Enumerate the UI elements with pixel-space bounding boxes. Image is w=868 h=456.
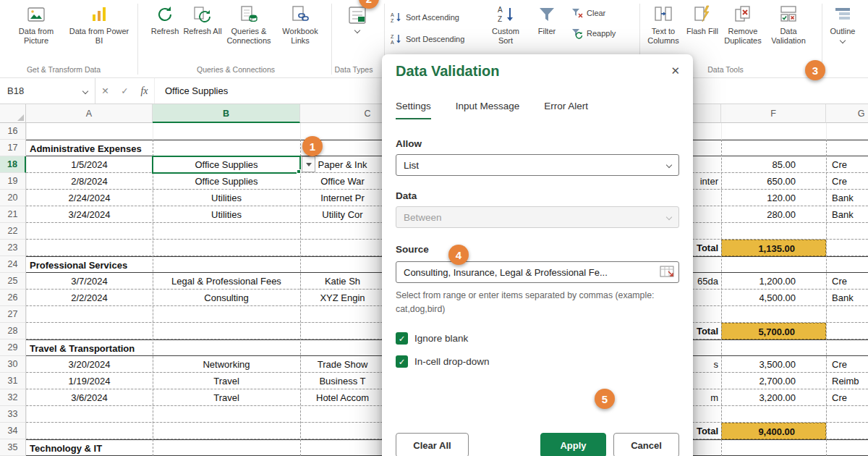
clear-all-button[interactable]: Clear All — [396, 433, 469, 456]
checkbox-checked-icon: ✓ — [396, 355, 408, 368]
row-header-35[interactable]: 35 — [0, 439, 26, 456]
cell-G30[interactable]: Cre — [826, 356, 868, 373]
row-header-34[interactable]: 34 — [0, 423, 26, 439]
row-header-33[interactable]: 33 — [0, 406, 26, 423]
source-input-value: Consulting, Insurance, Legal & Professio… — [404, 267, 608, 278]
cell-F26[interactable]: 4,500.00 — [721, 290, 826, 306]
row-header-29[interactable]: 29 — [0, 339, 26, 356]
row-header-26[interactable]: 26 — [0, 290, 26, 306]
row-header-16[interactable]: 16 — [0, 123, 26, 140]
row-header-18[interactable]: 18 — [0, 156, 26, 173]
range-selector-icon[interactable] — [660, 266, 674, 279]
cell-A30[interactable]: 3/20/2024 — [26, 356, 153, 373]
table-border — [826, 140, 827, 456]
cell-B20[interactable]: Utilities — [153, 190, 300, 206]
cell-G21[interactable]: Bank — [826, 206, 868, 223]
cell-F18[interactable]: 85.00 — [721, 156, 826, 173]
row-header-30[interactable]: 30 — [0, 356, 26, 373]
callout-badge-1: 1 — [302, 136, 323, 156]
table-border — [721, 140, 722, 456]
tab-settings[interactable]: Settings — [396, 101, 431, 119]
close-icon[interactable]: ✕ — [668, 62, 683, 80]
tab-input-message[interactable]: Input Message — [456, 101, 520, 119]
data-validation-dialog: Data Validation ✕ Settings Input Message… — [382, 54, 693, 456]
cell-F20[interactable]: 120.00 — [721, 190, 826, 206]
cell-A19[interactable]: 2/8/2024 — [26, 173, 153, 190]
row-header-24[interactable]: 24 — [0, 256, 26, 273]
column-header-B[interactable]: B — [153, 104, 300, 123]
callout-badge-5: 5 — [595, 389, 615, 409]
row-header-21[interactable]: 21 — [0, 206, 26, 223]
allow-select[interactable]: List — [396, 154, 679, 176]
row-header-22[interactable]: 22 — [0, 223, 26, 240]
row-header-25[interactable]: 25 — [0, 273, 26, 290]
cell-G19[interactable]: Cre — [826, 173, 868, 190]
row-header-17[interactable]: 17 — [0, 140, 26, 156]
chevron-down-icon — [666, 214, 672, 220]
cell-A20[interactable]: 2/24/2024 — [26, 190, 153, 206]
source-input[interactable]: Consulting, Insurance, Legal & Professio… — [396, 261, 679, 283]
cell-G18[interactable]: Cre — [826, 156, 868, 173]
excel-window: Data from Picture Data from Power BI Get… — [0, 0, 868, 456]
dialog-buttons: Clear All Apply Cancel — [396, 433, 679, 456]
cell-B26[interactable]: Consulting — [153, 290, 300, 306]
row-header-32[interactable]: 32 — [0, 389, 26, 406]
row-header-19[interactable]: 19 — [0, 173, 26, 190]
row-header-27[interactable]: 27 — [0, 306, 26, 323]
row-header-23[interactable]: 23 — [0, 240, 26, 256]
cell-G25[interactable]: Cre — [826, 273, 868, 290]
cell-A21[interactable]: 3/24/2024 — [26, 206, 153, 223]
cell-B32[interactable]: Travel — [153, 389, 300, 406]
column-header-A[interactable]: A — [26, 104, 153, 123]
dropdown-arrow-icon — [306, 163, 312, 166]
ignore-blank-checkbox[interactable]: ✓ Ignore blank — [396, 332, 468, 345]
in-cell-dropdown-checkbox[interactable]: ✓ In-cell drop-down — [396, 355, 490, 368]
cell-B19[interactable]: Office Supplies — [153, 173, 300, 190]
cell-B25[interactable]: Legal & Professional Fees — [153, 273, 300, 290]
cell-B21[interactable]: Utilities — [153, 206, 300, 223]
column-header-F[interactable]: F — [721, 104, 826, 123]
cell-B18[interactable]: Office Supplies — [153, 156, 300, 173]
table-border — [300, 140, 301, 456]
apply-button[interactable]: Apply — [540, 433, 606, 456]
cell-A25[interactable]: 3/7/2024 — [26, 273, 153, 290]
cell-F21[interactable]: 280.00 — [721, 206, 826, 223]
cell-F32[interactable]: 3,200.00 — [721, 389, 826, 406]
cell-A31[interactable]: 1/19/2024 — [26, 373, 153, 389]
cell-F31[interactable]: 2,700.00 — [721, 373, 826, 389]
total-value-cell-F34[interactable]: 9,400.00 — [721, 423, 826, 439]
data-select-value: Between — [404, 212, 442, 223]
total-value-cell-F28[interactable]: 5,700.00 — [721, 323, 826, 339]
cell-G26[interactable]: Bank — [826, 290, 868, 306]
chevron-down-icon — [666, 162, 672, 168]
cell-A26[interactable]: 2/2/2024 — [26, 290, 153, 306]
row-header-31[interactable]: 31 — [0, 373, 26, 389]
cell-B31[interactable]: Travel — [153, 373, 300, 389]
cell-G31[interactable]: Reimb — [826, 373, 868, 389]
select-all-corner[interactable] — [0, 104, 26, 123]
dialog-title: Data Validation — [396, 63, 499, 80]
total-value-cell-F23[interactable]: 1,135.00 — [721, 240, 826, 256]
source-label: Source — [396, 244, 429, 255]
dialog-tabs: Settings Input Message Error Alert — [396, 101, 588, 119]
row-header-28[interactable]: 28 — [0, 323, 26, 339]
cell-A18[interactable]: 1/5/2024 — [26, 156, 153, 173]
fill-handle[interactable] — [297, 169, 301, 174]
cancel-button[interactable]: Cancel — [613, 433, 679, 456]
data-label: Data — [396, 190, 417, 201]
cell-F19[interactable]: 650.00 — [721, 173, 826, 190]
allow-label: Allow — [396, 138, 422, 149]
cell-B30[interactable]: Networking — [153, 356, 300, 373]
cell-F30[interactable]: 3,500.00 — [721, 356, 826, 373]
in-cell-dropdown-button[interactable] — [302, 156, 315, 172]
cell-F25[interactable]: 1,200.00 — [721, 273, 826, 290]
checkbox-checked-icon: ✓ — [396, 332, 408, 345]
cell-G32[interactable]: Cre — [826, 389, 868, 406]
column-header-G[interactable]: G — [826, 104, 868, 123]
cell-G20[interactable]: Bank — [826, 190, 868, 206]
row-header-20[interactable]: 20 — [0, 190, 26, 206]
ignore-blank-label: Ignore blank — [414, 333, 468, 344]
tab-error-alert[interactable]: Error Alert — [544, 101, 588, 119]
cell-A32[interactable]: 3/6/2024 — [26, 389, 153, 406]
table-border — [153, 140, 153, 456]
